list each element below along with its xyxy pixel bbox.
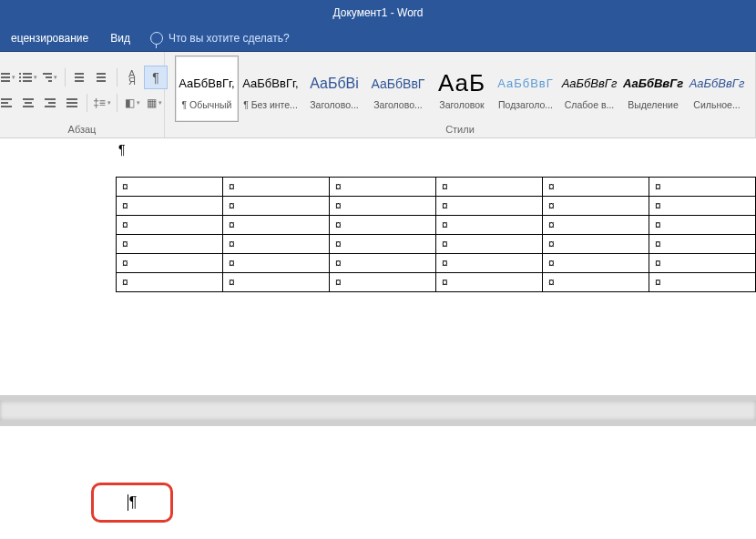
multilevel-list-button[interactable]: ▾: [40, 67, 60, 87]
table-cell[interactable]: ¤: [436, 273, 543, 292]
table-cell[interactable]: ¤: [649, 197, 756, 216]
table-cell[interactable]: ¤: [543, 273, 649, 292]
paragraph-mark: ¶: [129, 495, 138, 510]
table-cell[interactable]: ¤: [649, 178, 756, 197]
document-area[interactable]: ¶ ¤¤¤¤¤¤¤¤¤¤¤¤¤¤¤¤¤¤¤¤¤¤¤¤¤¤¤¤¤¤¤¤¤¤¤¤ ¶: [0, 138, 756, 539]
style-tile[interactable]: АаБбВіЗаголово...: [302, 56, 366, 122]
style-sample: АаБбВвГг: [623, 68, 683, 99]
borders-button[interactable]: ▦▾: [144, 93, 164, 113]
style-tile[interactable]: АаБбВвГгВыделение: [621, 56, 685, 122]
table-cell[interactable]: ¤: [543, 197, 649, 216]
page-1[interactable]: ¶ ¤¤¤¤¤¤¤¤¤¤¤¤¤¤¤¤¤¤¤¤¤¤¤¤¤¤¤¤¤¤¤¤¤¤¤¤ ¶: [0, 138, 756, 539]
borders-icon: ▦: [147, 97, 157, 109]
tell-me-search[interactable]: Что вы хотите сделать?: [141, 32, 299, 45]
style-sample: АаБ: [438, 68, 485, 99]
style-sample: АаБбВвГ: [372, 68, 425, 99]
table-row[interactable]: ¤¤¤¤¤¤: [117, 197, 756, 216]
style-tile[interactable]: АаБбВвГг,¶ Без инте...: [239, 56, 302, 122]
pilcrow-icon: ¶: [152, 70, 159, 85]
table-cell[interactable]: ¤: [330, 273, 436, 292]
ribbon-tabs: ецензирование Вид Что вы хотите сделать?: [0, 25, 756, 52]
table-row[interactable]: ¤¤¤¤¤¤: [117, 216, 756, 235]
style-name: Выделение: [628, 99, 679, 110]
align-center-icon: [23, 98, 34, 107]
styles-gallery[interactable]: АаБбВвГг,¶ ОбычныйАаБбВвГг,¶ Без инте...…: [171, 52, 749, 122]
table-cell[interactable]: ¤: [223, 235, 330, 254]
table-cell[interactable]: ¤: [117, 178, 223, 197]
style-tile[interactable]: АаБбВвГг,¶ Обычный: [175, 56, 239, 122]
ribbon: ▾ ▾ ▾: [0, 52, 756, 138]
lightbulb-icon: [150, 32, 163, 45]
title-bar: Документ1 - Word: [0, 0, 756, 25]
table-cell[interactable]: ¤: [543, 178, 649, 197]
style-name: Заголовок: [439, 99, 484, 110]
style-tile[interactable]: АаБбВвГгСлабое в...: [557, 56, 621, 122]
style-sample: АаБбВі: [310, 68, 359, 99]
table-cell[interactable]: ¤: [436, 216, 543, 235]
line-spacing-icon: ‡≡: [93, 97, 106, 109]
table-cell[interactable]: ¤: [223, 178, 330, 197]
align-center-button[interactable]: [18, 93, 38, 113]
table-cell[interactable]: ¤: [223, 197, 330, 216]
window-title: Документ1 - Word: [332, 6, 423, 19]
table-cell[interactable]: ¤: [117, 235, 223, 254]
style-name: Подзаголо...: [498, 99, 553, 110]
table-row[interactable]: ¤¤¤¤¤¤: [117, 254, 756, 273]
table-cell[interactable]: ¤: [117, 273, 223, 292]
table-row[interactable]: ¤¤¤¤¤¤: [117, 178, 756, 197]
style-tile[interactable]: АаБбВвГЗаголово...: [366, 56, 430, 122]
table-cell[interactable]: ¤: [117, 197, 223, 216]
style-tile[interactable]: АаБЗаголовок: [430, 56, 494, 122]
table-cell[interactable]: ¤: [330, 178, 436, 197]
tab-view[interactable]: Вид: [99, 25, 141, 51]
table-cell[interactable]: ¤: [436, 178, 543, 197]
table-cell[interactable]: ¤: [330, 216, 436, 235]
table-row[interactable]: ¤¤¤¤¤¤: [117, 235, 756, 254]
style-name: Заголово...: [373, 99, 423, 110]
page-break-gap: [0, 395, 756, 426]
table-cell[interactable]: ¤: [223, 273, 330, 292]
table-cell[interactable]: ¤: [436, 235, 543, 254]
table-cell[interactable]: ¤: [649, 273, 756, 292]
decrease-indent-button[interactable]: [70, 67, 90, 87]
shading-button[interactable]: ◧▾: [122, 93, 142, 113]
highlight-annotation: ¶: [91, 483, 173, 523]
table-cell[interactable]: ¤: [117, 216, 223, 235]
table-cell[interactable]: ¤: [223, 216, 330, 235]
align-right-button[interactable]: [40, 93, 60, 113]
table-row[interactable]: ¤¤¤¤¤¤: [117, 273, 756, 292]
document-table[interactable]: ¤¤¤¤¤¤¤¤¤¤¤¤¤¤¤¤¤¤¤¤¤¤¤¤¤¤¤¤¤¤¤¤¤¤¤¤: [116, 177, 756, 292]
text-cursor: [128, 494, 128, 511]
align-left-button[interactable]: [0, 93, 16, 113]
style-tile[interactable]: АаБбВвГПодзаголо...: [494, 56, 557, 122]
style-name: Заголово...: [310, 99, 359, 110]
sort-button[interactable]: AЯ: [122, 67, 142, 87]
paragraph-mark: ¶: [118, 142, 126, 157]
numbering-button[interactable]: ▾: [18, 67, 38, 87]
table-cell[interactable]: ¤: [436, 197, 543, 216]
line-spacing-button[interactable]: ‡≡▾: [92, 93, 112, 113]
style-sample: АаБбВвГг: [562, 68, 618, 99]
tab-review[interactable]: ецензирование: [0, 25, 99, 51]
table-cell[interactable]: ¤: [117, 254, 223, 273]
increase-indent-button[interactable]: [92, 67, 112, 87]
tell-me-placeholder: Что вы хотите сделать?: [169, 32, 290, 45]
table-cell[interactable]: ¤: [649, 254, 756, 273]
group-label-paragraph: Абзац: [0, 122, 164, 137]
justify-icon: [66, 98, 77, 107]
table-cell[interactable]: ¤: [330, 197, 436, 216]
table-cell[interactable]: ¤: [330, 254, 436, 273]
table-cell[interactable]: ¤: [330, 235, 436, 254]
style-sample: АаБбВвГг: [690, 68, 745, 99]
bullets-button[interactable]: ▾: [0, 67, 16, 87]
table-cell[interactable]: ¤: [436, 254, 543, 273]
justify-button[interactable]: [62, 93, 82, 113]
table-cell[interactable]: ¤: [543, 254, 649, 273]
table-cell[interactable]: ¤: [649, 235, 756, 254]
table-cell[interactable]: ¤: [543, 235, 649, 254]
table-cell[interactable]: ¤: [543, 216, 649, 235]
table-cell[interactable]: ¤: [223, 254, 330, 273]
table-cell[interactable]: ¤: [649, 216, 756, 235]
indent-icon: [97, 72, 107, 83]
style-tile[interactable]: АаБбВвГгСильное...: [685, 56, 749, 122]
